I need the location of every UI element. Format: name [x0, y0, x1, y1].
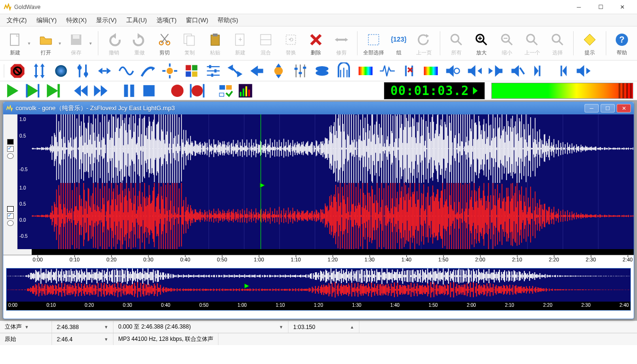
- fx-arrow-left-button[interactable]: [248, 62, 265, 79]
- ch-left-radio[interactable]: [7, 153, 14, 159]
- transport-ffwd-button[interactable]: [92, 83, 110, 99]
- toolbar-cue-button[interactable]: 提示: [577, 27, 602, 59]
- fx-sliders-h-button[interactable]: [205, 62, 222, 79]
- status-channels[interactable]: 立体声▼: [0, 321, 52, 333]
- fx-mosaic-button[interactable]: [183, 62, 200, 79]
- toolbar-zoomin-button[interactable]: 放大: [470, 27, 494, 59]
- menu-item-3[interactable]: 显示(V): [91, 15, 121, 26]
- fx-ball-button[interactable]: [52, 62, 70, 79]
- close-button[interactable]: ✕: [611, 0, 633, 14]
- transport-stop-button[interactable]: [140, 83, 158, 99]
- mdi-area: convolk - gone（纯音乐）- ZsFlovexl Jcy East …: [0, 100, 637, 321]
- toolbar-open-button[interactable]: 打开: [34, 27, 58, 59]
- menu-item-2[interactable]: 特效(X): [61, 15, 91, 26]
- fx-marker-x-button[interactable]: [401, 62, 418, 79]
- maximize-button[interactable]: ☐: [590, 0, 611, 14]
- status-length2[interactable]: 2:46.4▼: [52, 333, 113, 345]
- zoomout-icon: [499, 32, 515, 47]
- svg-rect-99: [424, 67, 437, 75]
- transport-play-sel-button[interactable]: [24, 83, 42, 99]
- toolbar-help-button[interactable]: ?帮助: [610, 27, 634, 59]
- waveform-right[interactable]: [32, 183, 634, 249]
- ch-left-check[interactable]: [7, 146, 14, 152]
- menu-item-7[interactable]: 帮助(S): [213, 15, 243, 26]
- ruler-tick: 0:10: [46, 303, 55, 308]
- status-length[interactable]: 2:46.388▼: [52, 321, 113, 333]
- svg-rect-12: [211, 35, 219, 45]
- fx-curve-up-button[interactable]: [140, 62, 157, 79]
- transport-rec-button[interactable]: [168, 83, 186, 99]
- transport-toolbar: 00:01:03.2: [0, 81, 637, 100]
- fx-tuning-button[interactable]: [74, 62, 91, 79]
- menu-item-1[interactable]: 编辑(Y): [32, 15, 61, 26]
- menu-bar: 文件(Z)编辑(Y)特效(X)显示(V)工具(U)选项(T)窗口(W)帮助(S): [0, 14, 637, 26]
- fx-arrows-in-button[interactable]: [96, 62, 113, 79]
- fx-gate-button[interactable]: [335, 62, 352, 79]
- doc-titlebar[interactable]: convolk - gone（纯音乐）- ZsFlovexl Jcy East …: [3, 102, 634, 114]
- waveform-left[interactable]: [32, 114, 634, 183]
- transport-vis-button[interactable]: [236, 83, 254, 99]
- toolbar-save-dropdown[interactable]: ▾: [89, 27, 94, 59]
- transport-rew-button[interactable]: [72, 83, 90, 99]
- menu-item-4[interactable]: 工具(U): [122, 15, 152, 26]
- overview-waveform[interactable]: 0:000:100:200:300:400:501:001:101:201:30…: [6, 268, 631, 311]
- fx-trim-l-button[interactable]: [531, 62, 548, 79]
- menu-item-5[interactable]: 选项(T): [152, 15, 182, 26]
- fx-spk-left-button[interactable]: [466, 62, 483, 79]
- save-icon: [69, 32, 84, 47]
- selection-bar[interactable]: [3, 249, 634, 255]
- fx-spk-mute-button[interactable]: [444, 62, 461, 79]
- svg-rect-69: [192, 71, 197, 77]
- fx-spk-play-button[interactable]: [575, 62, 592, 79]
- doc-close-button[interactable]: ✕: [617, 104, 631, 113]
- fx-rainbow-button[interactable]: [357, 62, 374, 79]
- ch-left-box[interactable]: [7, 139, 14, 145]
- toolbar-group-button[interactable]: {123}组: [387, 27, 411, 59]
- doc-minimize-button[interactable]: ─: [585, 104, 599, 113]
- svg-marker-48: [34, 75, 38, 78]
- ruler-tick: 1:50: [438, 257, 448, 262]
- fx-spk-right-button[interactable]: [488, 62, 505, 79]
- toolbar-copy-button: 复制: [178, 27, 202, 59]
- time-ruler[interactable]: 0:000:100:200:300:400:501:001:101:201:30…: [3, 255, 634, 267]
- toolbar-cut-button[interactable]: 剪切: [152, 27, 176, 59]
- doc-maximize-button[interactable]: ☐: [601, 104, 615, 113]
- status-cursor[interactable]: 1:03.150▲: [288, 321, 359, 333]
- fx-pill-button[interactable]: [314, 62, 331, 79]
- ruler-tick: 0:40: [180, 257, 190, 262]
- transport-play-loop-button[interactable]: [44, 83, 61, 99]
- transport-play-button[interactable]: [4, 83, 22, 99]
- svg-rect-75: [211, 73, 214, 77]
- fx-pulse-button[interactable]: [379, 62, 396, 79]
- fx-arrows-v-button[interactable]: [31, 62, 48, 79]
- transport-rec-sel-button[interactable]: [188, 83, 206, 99]
- toolbar-open-dropdown[interactable]: ▾: [59, 27, 63, 59]
- transport-opts-button[interactable]: [217, 83, 235, 99]
- ch-right-check[interactable]: [7, 213, 14, 219]
- fx-stop-sign-button[interactable]: [9, 62, 26, 79]
- transport-pause-button[interactable]: [120, 83, 138, 99]
- ch-right-radio[interactable]: [7, 220, 14, 226]
- ruler-tick: 2:10: [512, 257, 522, 262]
- fx-spk-off-button[interactable]: [509, 62, 526, 79]
- status-range[interactable]: 0.000 至 2:46.388 (2:46.388)▼: [113, 321, 288, 333]
- fx-dual-arrow-button[interactable]: [227, 62, 244, 79]
- ch-right-box[interactable]: [7, 206, 14, 212]
- toolbar-delete-button[interactable]: 删除: [304, 27, 328, 59]
- toolbar-new-button[interactable]: 新建: [3, 27, 27, 59]
- fx-trim-r-button[interactable]: [553, 62, 570, 79]
- fx-expand-v-button[interactable]: [270, 62, 287, 79]
- svg-rect-74: [214, 69, 217, 72]
- fx-spectrum-button[interactable]: [422, 62, 439, 79]
- svg-text:?: ?: [620, 35, 625, 44]
- toolbar-selall-button[interactable]: 全部选择: [361, 27, 385, 59]
- menu-item-0[interactable]: 文件(Z): [2, 15, 32, 26]
- fx-sliders-v-button[interactable]: [292, 62, 309, 79]
- fx-sun-gear-button[interactable]: [161, 62, 178, 79]
- svg-rect-3: [73, 35, 79, 39]
- svg-rect-86: [295, 68, 298, 70]
- toolbar-new-dropdown[interactable]: ▾: [28, 27, 33, 59]
- minimize-button[interactable]: ─: [568, 0, 590, 14]
- fx-wave-sine-button[interactable]: [118, 62, 135, 79]
- menu-item-6[interactable]: 窗口(W): [181, 15, 213, 26]
